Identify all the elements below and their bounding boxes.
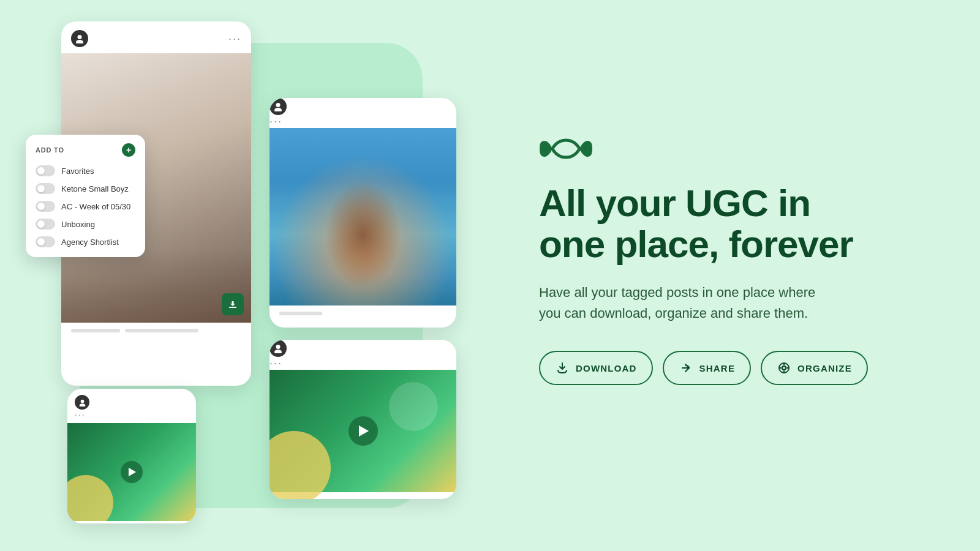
infinity-logo [539, 134, 931, 166]
svg-point-0 [78, 35, 82, 39]
more-options-icon[interactable]: ··· [270, 357, 456, 370]
card-footer [270, 305, 456, 321]
toggle-ac-week[interactable]: AC - Week of 05/30 [36, 201, 135, 212]
post-image-woman [270, 128, 456, 305]
add-to-dropdown: ADD TO + Favorites Ketone Small Boyz AC … [26, 135, 145, 257]
toggle-switch[interactable] [36, 219, 55, 230]
add-new-icon[interactable]: + [122, 143, 135, 157]
toggle-switch[interactable] [36, 236, 55, 247]
svg-point-4 [274, 108, 282, 111]
organize-icon [777, 361, 791, 375]
toggle-ketone[interactable]: Ketone Small Boyz [36, 183, 135, 194]
more-options-icon[interactable]: ··· [228, 32, 241, 45]
headline: All your UGC in one place, forever [539, 183, 931, 265]
progress-bar [125, 329, 198, 332]
svg-point-1 [76, 40, 83, 43]
download-icon [555, 361, 570, 375]
toggle-label: Ketone Small Boyz [61, 184, 129, 193]
card-header: ··· [61, 21, 251, 53]
avatar [71, 30, 88, 47]
download-button[interactable] [222, 293, 244, 315]
organize-button[interactable]: ORGANIZE [761, 351, 868, 385]
toggle-switch[interactable] [36, 201, 55, 212]
card-header: ··· [270, 340, 456, 370]
play-button[interactable] [121, 461, 143, 483]
download-button[interactable]: DOWNLOAD [539, 351, 653, 385]
post-image-abstract [270, 370, 456, 492]
more-options-icon[interactable]: ··· [75, 410, 189, 419]
svg-point-6 [274, 350, 282, 353]
post-image-abstract-small [67, 423, 196, 521]
share-button[interactable]: SHARE [663, 351, 752, 385]
svg-point-10 [782, 366, 786, 370]
svg-point-5 [276, 345, 281, 349]
toggle-favorites[interactable]: Favorites [36, 165, 135, 176]
toggle-label: Unboxing [61, 220, 95, 229]
toggle-unboxing[interactable]: Unboxing [36, 219, 135, 230]
right-panel: All your UGC in one place, forever Have … [502, 0, 980, 551]
avatar [75, 395, 89, 410]
play-button[interactable] [349, 416, 378, 446]
svg-point-8 [79, 403, 85, 407]
cta-buttons: DOWNLOAD SHARE ORGANIZE [539, 351, 931, 385]
card-header: ··· [270, 98, 456, 128]
organize-label: ORGANIZE [797, 363, 852, 373]
add-to-label: ADD TO [36, 146, 64, 154]
top-right-card: ··· [270, 98, 456, 328]
download-label: DOWNLOAD [576, 363, 637, 373]
progress-bar [71, 329, 120, 332]
toggle-switch[interactable] [36, 183, 55, 194]
add-to-header: ADD TO + [36, 143, 135, 157]
progress-bar [279, 312, 322, 315]
toggle-label: Agency Shortlist [61, 238, 119, 247]
toggle-agency[interactable]: Agency Shortlist [36, 236, 135, 247]
toggle-label: Favorites [61, 167, 94, 176]
more-options-icon[interactable]: ··· [270, 115, 456, 128]
mockup-area: ··· ADD TO + Favorites Ketone Smal [0, 0, 502, 551]
card-header: ··· [67, 389, 196, 423]
svg-rect-2 [229, 307, 236, 308]
share-icon [679, 361, 693, 375]
svg-point-3 [276, 103, 281, 107]
bottom-left-card: ··· [67, 389, 196, 523]
toggle-switch[interactable] [36, 165, 55, 176]
svg-point-7 [80, 399, 84, 403]
bottom-right-card: ··· [270, 340, 456, 499]
share-label: SHARE [699, 363, 736, 373]
toggle-label: AC - Week of 05/30 [61, 202, 130, 211]
subtext: Have all your tagged posts in one place … [539, 282, 833, 324]
card-footer [61, 323, 251, 339]
